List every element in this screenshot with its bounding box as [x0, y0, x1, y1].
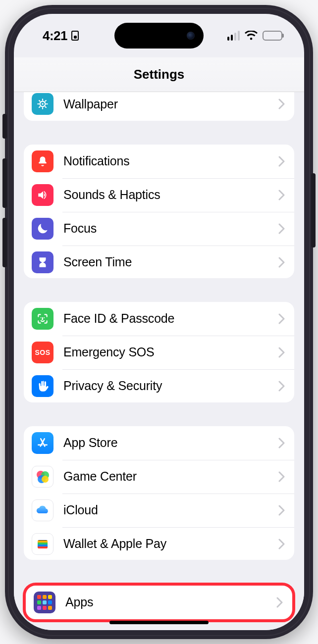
- highlight-annotation: Apps: [24, 584, 294, 621]
- chevron-right-icon: [278, 438, 285, 448]
- row-notifications[interactable]: Notifications: [24, 145, 294, 178]
- front-camera: [187, 32, 195, 40]
- row-sounds-haptics[interactable]: Sounds & Haptics: [24, 178, 294, 212]
- svg-rect-11: [38, 545, 48, 546]
- svg-point-2: [41, 317, 42, 318]
- row-label: iCloud: [63, 503, 268, 517]
- row-label: Wallet & Apple Pay: [63, 537, 268, 551]
- row-emergency-sos[interactable]: SOS Emergency SOS: [24, 336, 294, 369]
- appstore-icon: [32, 432, 53, 454]
- screen: 4:21 Settings: [14, 14, 304, 630]
- cellular-signal-icon: [227, 31, 240, 41]
- battery-icon: [263, 31, 282, 41]
- row-face-id-passcode[interactable]: Face ID & Passcode: [24, 302, 294, 336]
- chevron-right-icon: [276, 597, 283, 608]
- dynamic-island: [114, 23, 204, 49]
- svg-point-3: [44, 317, 45, 318]
- svg-rect-12: [38, 546, 48, 548]
- row-label: Notifications: [63, 154, 268, 168]
- side-button-silence: [2, 114, 7, 139]
- chevron-right-icon: [278, 223, 285, 234]
- settings-content[interactable]: Wallpaper Notifications Sounds: [14, 92, 304, 630]
- row-label: Focus: [63, 221, 268, 236]
- row-label: Emergency SOS: [63, 345, 268, 359]
- svg-point-7: [42, 476, 49, 483]
- side-button-volume-up: [2, 158, 7, 208]
- side-button-volume-down: [2, 218, 7, 267]
- icloud-icon: [32, 499, 53, 521]
- chevron-right-icon: [278, 347, 285, 358]
- status-right: [227, 31, 283, 41]
- row-game-center[interactable]: Game Center: [24, 460, 294, 494]
- group-services: App Store Game Center iCloud: [24, 426, 294, 560]
- phone-frame: 4:21 Settings: [5, 5, 313, 639]
- gamecenter-icon: [32, 466, 53, 488]
- row-apps[interactable]: Apps: [26, 586, 292, 619]
- id-card-icon: [71, 31, 79, 41]
- svg-rect-10: [38, 543, 48, 545]
- row-label: Face ID & Passcode: [63, 311, 268, 326]
- chevron-right-icon: [278, 156, 285, 167]
- svg-point-1: [42, 103, 43, 104]
- chevron-right-icon: [278, 505, 285, 516]
- row-app-store[interactable]: App Store: [24, 426, 294, 460]
- hand-icon: [32, 375, 53, 397]
- bell-icon: [32, 150, 53, 172]
- home-indicator[interactable]: [109, 621, 209, 624]
- group-apps: Apps: [26, 586, 292, 619]
- status-left: 4:21: [43, 28, 79, 44]
- row-label: Privacy & Security: [63, 379, 268, 393]
- chevron-right-icon: [278, 190, 285, 200]
- wallpaper-icon: [32, 93, 53, 115]
- row-label: Apps: [65, 595, 266, 609]
- speaker-icon: [32, 184, 53, 206]
- chevron-right-icon: [278, 381, 285, 392]
- row-label: Sounds & Haptics: [63, 188, 268, 202]
- row-icloud[interactable]: iCloud: [24, 494, 294, 527]
- status-time: 4:21: [43, 28, 67, 44]
- group-appearance: Wallpaper: [24, 92, 294, 121]
- row-screen-time[interactable]: Screen Time: [24, 246, 294, 278]
- row-label: Wallpaper: [63, 97, 268, 111]
- chevron-right-icon: [278, 471, 285, 482]
- wifi-icon: [245, 31, 258, 41]
- group-notifications: Notifications Sounds & Haptics Focus: [24, 145, 294, 278]
- row-label: Game Center: [63, 469, 268, 484]
- row-wallpaper[interactable]: Wallpaper: [24, 92, 294, 121]
- apps-icon: [34, 592, 55, 613]
- faceid-icon: [32, 308, 53, 330]
- nav-header: Settings: [14, 57, 304, 92]
- svg-rect-9: [38, 541, 48, 543]
- sos-icon: SOS: [32, 342, 53, 363]
- chevron-right-icon: [278, 313, 285, 324]
- row-wallet-apple-pay[interactable]: Wallet & Apple Pay: [24, 527, 294, 560]
- row-privacy-security[interactable]: Privacy & Security: [24, 369, 294, 402]
- group-security: Face ID & Passcode SOS Emergency SOS Pri…: [24, 302, 294, 402]
- chevron-right-icon: [278, 257, 285, 268]
- row-label: App Store: [63, 436, 268, 450]
- moon-icon: [32, 218, 53, 240]
- page-title: Settings: [134, 67, 185, 82]
- chevron-right-icon: [278, 539, 285, 549]
- chevron-right-icon: [278, 99, 285, 109]
- row-label: Screen Time: [63, 255, 268, 269]
- row-focus[interactable]: Focus: [24, 212, 294, 246]
- side-button-power: [311, 173, 316, 248]
- hourglass-icon: [32, 251, 53, 273]
- wallet-icon: [32, 533, 53, 555]
